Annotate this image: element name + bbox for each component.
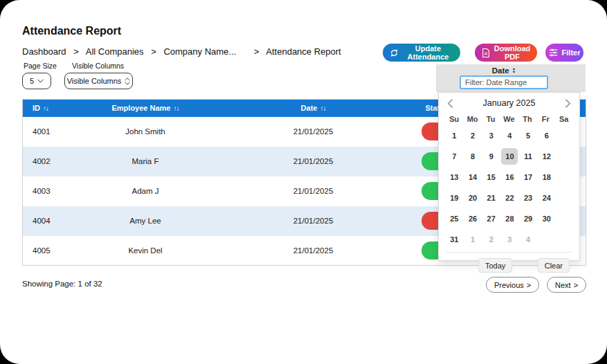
calendar-day[interactable]: 20 xyxy=(464,188,482,208)
calendar-day[interactable]: 29 xyxy=(519,208,538,229)
calendar-day[interactable]: 8 xyxy=(464,146,482,167)
calendar-day[interactable]: 2 xyxy=(482,229,500,250)
next-page-button[interactable]: Next > xyxy=(547,277,586,293)
filter-sliders-icon xyxy=(549,48,558,57)
breadcrumb-item-all-companies[interactable]: All Companies xyxy=(86,46,144,57)
sort-up-down-icon: ▲ ▼ xyxy=(512,67,516,73)
chevron-right-icon: > xyxy=(527,281,531,289)
chevron-down-icon xyxy=(37,79,44,83)
calendar-day[interactable]: 30 xyxy=(537,208,556,229)
previous-page-button[interactable]: Previous > xyxy=(486,277,539,293)
calendar-day-name: Sa xyxy=(555,115,573,123)
cell-employee-name: Maria F xyxy=(82,147,210,176)
date-range-calendar: January 2025 SuMoTuWeThFrSa 123456789101… xyxy=(438,92,580,261)
column-header-date[interactable]: Date↑↓ xyxy=(210,100,417,117)
breadcrumb-separator: > xyxy=(73,46,79,57)
calendar-day[interactable]: 13 xyxy=(445,167,464,188)
cell-id: 4005 xyxy=(23,236,82,266)
breadcrumb-item-company-name[interactable]: Company Name... xyxy=(163,46,236,57)
calendar-day[interactable]: 9 xyxy=(482,146,500,167)
calendar-day[interactable]: 18 xyxy=(537,167,556,188)
calendar-day-names: SuMoTuWeThFrSa xyxy=(439,115,579,123)
page-size-value: 5 xyxy=(30,77,34,85)
page-size-label: Page Size xyxy=(24,62,57,70)
calendar-day[interactable]: 6 xyxy=(537,125,556,146)
date-range-filter-input[interactable] xyxy=(460,75,548,89)
visible-columns-value: Visible Columns xyxy=(67,77,122,85)
visible-columns-label: Visible Columns xyxy=(72,62,124,70)
cell-date: 21/01/2025 xyxy=(210,236,417,266)
calendar-day[interactable]: 12 xyxy=(537,146,556,167)
breadcrumb: Dashboard > All Companies > Company Name… xyxy=(22,46,341,57)
calendar-day[interactable]: 4 xyxy=(500,125,519,146)
calendar-day-name: Tu xyxy=(482,115,500,123)
calendar-day[interactable]: 11 xyxy=(519,146,538,167)
cell-date: 21/01/2025 xyxy=(210,176,417,206)
breadcrumb-separator: > xyxy=(151,46,156,57)
calendar-month-label: January 2025 xyxy=(453,98,565,108)
breadcrumb-item-attendance-report: Attendance Report xyxy=(266,46,341,57)
calendar-day[interactable]: 21 xyxy=(482,188,500,208)
calendar-day[interactable]: 22 xyxy=(500,188,519,208)
showing-page-text: Showing Page: 1 of 32 xyxy=(22,280,102,288)
calendar-day[interactable]: 7 xyxy=(445,146,464,167)
update-attendance-button[interactable]: Update Attendance xyxy=(383,44,460,62)
calendar-day[interactable]: 4 xyxy=(519,229,538,250)
calendar-day[interactable]: 27 xyxy=(482,208,500,229)
page-size-select[interactable]: 5 xyxy=(22,73,51,89)
cell-id: 4004 xyxy=(23,206,82,236)
cell-employee-name: Kevin Del xyxy=(82,236,210,266)
calendar-day[interactable]: 16 xyxy=(500,167,519,188)
cell-date: 21/01/2025 xyxy=(210,117,417,147)
breadcrumb-separator: > xyxy=(254,46,260,57)
cell-id: 4003 xyxy=(23,176,82,206)
calendar-day[interactable]: 17 xyxy=(519,167,538,188)
calendar-day[interactable]: 14 xyxy=(464,167,482,188)
calendar-day[interactable]: 28 xyxy=(500,208,519,229)
calendar-day[interactable]: 23 xyxy=(519,188,538,208)
pdf-file-icon xyxy=(482,48,490,57)
chevron-up-down-icon xyxy=(125,78,130,85)
calendar-day[interactable]: 19 xyxy=(445,188,464,208)
today-button[interactable]: Today xyxy=(478,258,512,273)
calendar-day[interactable]: 1 xyxy=(445,125,464,146)
filter-column-label: Date xyxy=(492,66,509,75)
cell-date: 21/01/2025 xyxy=(210,206,417,236)
visible-columns-select[interactable]: Visible Columns xyxy=(64,73,133,89)
calendar-grid: 1234567891011121314151617181920212223242… xyxy=(439,125,579,250)
calendar-day[interactable]: 25 xyxy=(445,208,464,229)
cell-id: 4001 xyxy=(23,117,82,147)
calendar-day[interactable]: 10 xyxy=(500,146,519,167)
calendar-day[interactable]: 15 xyxy=(482,167,500,188)
calendar-day-name: We xyxy=(500,115,518,123)
clear-button[interactable]: Clear xyxy=(538,258,570,273)
calendar-day-name: Fr xyxy=(536,115,554,123)
chevron-right-icon: > xyxy=(574,281,578,289)
download-pdf-label: Download PDF xyxy=(494,44,531,61)
download-pdf-button[interactable]: Download PDF xyxy=(475,44,537,62)
column-header-employee-name[interactable]: Employee Name↑↓ xyxy=(82,100,210,117)
update-attendance-label: Update Attendance xyxy=(403,44,453,61)
prev-month-button[interactable] xyxy=(447,99,453,108)
calendar-day[interactable]: 3 xyxy=(500,229,519,250)
column-header-id[interactable]: ID↑↓ xyxy=(23,100,82,117)
calendar-day[interactable]: 3 xyxy=(482,125,500,146)
filter-column-title[interactable]: Date ▲ ▼ xyxy=(492,66,516,75)
cell-id: 4002 xyxy=(23,147,82,176)
sort-icon: ↑↓ xyxy=(320,104,325,112)
attendance-report-window: Attendance Report Dashboard > All Compan… xyxy=(0,0,607,364)
calendar-day[interactable]: 24 xyxy=(537,188,556,208)
page-title: Attendance Report xyxy=(22,25,121,37)
breadcrumb-item-dashboard[interactable]: Dashboard xyxy=(22,46,66,57)
cell-employee-name: John Smith xyxy=(82,117,210,147)
calendar-day[interactable]: 26 xyxy=(464,208,482,229)
calendar-day[interactable]: 2 xyxy=(464,125,482,146)
cell-employee-name: Amy Lee xyxy=(82,206,210,236)
calendar-day[interactable]: 31 xyxy=(445,229,464,250)
date-filter-header: Date ▲ ▼ xyxy=(436,64,586,92)
calendar-day[interactable]: 1 xyxy=(464,229,482,250)
next-month-button[interactable] xyxy=(565,99,571,108)
calendar-day-name: Mo xyxy=(463,115,481,123)
calendar-day[interactable]: 5 xyxy=(519,125,538,146)
filter-button[interactable]: Filter xyxy=(545,44,583,62)
